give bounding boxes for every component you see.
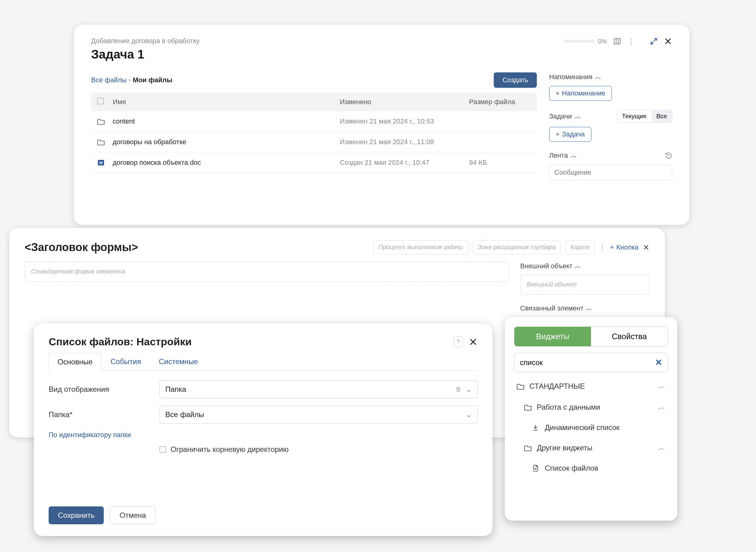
save-button[interactable]: Сохранить xyxy=(49,507,104,524)
view-select[interactable]: Папка ⌄ xyxy=(160,381,478,398)
folder-icon xyxy=(97,139,113,145)
widgets-panel: Виджеты Свойства список ✕ СТАНДАРТНЫЕ ︿ … xyxy=(505,317,677,521)
feed-title[interactable]: Лента︿ xyxy=(549,151,577,160)
task-window: Добавление договора в обработку Задача 1… xyxy=(74,25,690,225)
external-object-title[interactable]: Внешний объект ︿ xyxy=(520,262,649,271)
breadcrumb-current: Мои файлы xyxy=(133,76,172,84)
clear-search-icon[interactable]: ✕ xyxy=(655,357,662,368)
tab-events[interactable]: События xyxy=(102,353,150,370)
chevron-up-icon: ︿ xyxy=(658,381,666,391)
kebab-icon[interactable]: ⋮ xyxy=(627,37,635,45)
chevron-down-icon: ⌄ xyxy=(466,385,472,394)
tab-system[interactable]: Системные xyxy=(150,353,207,370)
task-header: Добавление договора в обработку Задача 1… xyxy=(91,37,672,61)
view-label: Вид отображения xyxy=(49,385,160,394)
svg-text:W: W xyxy=(99,161,103,165)
close-icon[interactable] xyxy=(468,337,478,347)
folder-icon xyxy=(517,383,525,390)
folder-icon xyxy=(524,404,533,411)
folder-icon xyxy=(524,444,533,451)
close-icon[interactable] xyxy=(643,244,649,251)
chevron-up-icon: ︿ xyxy=(574,112,581,121)
tasks-segment: Текущие Все xyxy=(617,110,672,123)
reminders-title[interactable]: Напоминания︿ xyxy=(549,73,672,82)
chevron-up-icon: ︿ xyxy=(658,443,666,453)
widget-search-input[interactable]: список ✕ xyxy=(514,353,668,372)
plus-icon: + xyxy=(610,243,614,251)
widget-item-dynamic-list[interactable]: Динамический список xyxy=(514,418,668,437)
settings-tabs: Основные События Системные xyxy=(49,353,478,371)
restrict-root-checkbox[interactable] xyxy=(160,446,166,453)
plus-icon: + xyxy=(556,89,560,97)
toolbar-zone-placeholder[interactable]: Зона расширения тулбара xyxy=(472,240,561,254)
breadcrumb-root[interactable]: Все файлы xyxy=(91,76,127,84)
standard-form-placeholder[interactable]: Стандартная форма элемента xyxy=(25,262,509,282)
widget-item-file-list[interactable]: Список файлов xyxy=(514,458,668,478)
chevron-up-icon: ︿ xyxy=(585,304,592,312)
table-row[interactable]: договоры на обработке Изменен 21 мая 202… xyxy=(91,132,537,152)
restrict-root-label: Ограничить корневую директорию xyxy=(171,445,289,454)
cancel-button[interactable]: Отмена xyxy=(110,507,156,524)
chevron-down-icon: ⌄ xyxy=(466,410,472,419)
external-object-placeholder[interactable]: Внешний объект xyxy=(520,274,649,294)
category-standard[interactable]: СТАНДАРТНЫЕ ︿ xyxy=(514,376,668,397)
settings-dialog: Список файлов: Настройки ? Основные Собы… xyxy=(34,323,493,536)
message-input[interactable] xyxy=(549,164,672,180)
seg-current[interactable]: Текущие xyxy=(617,110,652,122)
close-icon[interactable] xyxy=(664,37,672,45)
add-button-button[interactable]: +Кнопка xyxy=(610,243,638,251)
widgets-tabs: Виджеты Свойства xyxy=(514,326,668,347)
table-row[interactable]: W договор поиска объекта.doc Создан 21 м… xyxy=(91,152,537,173)
folder-select[interactable]: Все файлы ⌄ xyxy=(160,406,478,424)
category-other[interactable]: Другие виджеты ︿ xyxy=(514,437,668,458)
tab-properties[interactable]: Свойства xyxy=(591,327,668,346)
form-title: <Заголовок формы> xyxy=(25,241,138,254)
task-breadcrumb: Добавление договора в обработку xyxy=(91,37,199,45)
history-icon[interactable] xyxy=(665,152,672,159)
folder-icon xyxy=(97,118,113,125)
select-all-checkbox[interactable] xyxy=(97,98,104,105)
trash-icon[interactable] xyxy=(455,386,461,393)
tab-widgets[interactable]: Виджеты xyxy=(514,327,591,346)
category-data[interactable]: Работа с данными ︿ xyxy=(514,397,668,418)
files-breadcrumbs: Все файлы › Мои файлы xyxy=(91,76,172,84)
chevron-up-icon: ︿ xyxy=(570,151,577,160)
word-doc-icon: W xyxy=(97,159,113,166)
chevron-up-icon: ︿ xyxy=(595,73,601,82)
folder-label: Папка* xyxy=(49,410,160,419)
help-icon[interactable]: ? xyxy=(454,336,463,348)
expand-icon[interactable] xyxy=(650,37,657,45)
task-title: Задача 1 xyxy=(91,47,199,61)
add-reminder-button[interactable]: +Напоминание xyxy=(549,86,612,101)
plus-icon: + xyxy=(556,130,560,138)
linked-element-title[interactable]: Связанный элемент ︿ xyxy=(520,304,649,313)
seg-all[interactable]: Все xyxy=(652,110,672,122)
create-button[interactable]: Создать xyxy=(494,73,537,88)
chevron-up-icon: ︿ xyxy=(574,262,581,270)
tab-main[interactable]: Основные xyxy=(49,353,102,371)
tasks-title[interactable]: Задачи︿ xyxy=(549,112,581,121)
add-task-button[interactable]: +Задача xyxy=(549,127,591,142)
chevron-up-icon: ︿ xyxy=(658,402,666,412)
settings-title: Список файлов: Настройки xyxy=(49,336,192,348)
document-icon xyxy=(531,464,540,472)
table-header: Имя Изменено Размер файла xyxy=(91,93,537,111)
map-placeholder[interactable]: Карта xyxy=(565,240,595,254)
table-row[interactable]: content Изменен 21 мая 2024 г., 10:53 xyxy=(91,111,537,132)
map-icon[interactable] xyxy=(613,37,621,45)
progress-placeholder[interactable]: Процент выполнения задачи xyxy=(373,240,468,254)
kebab-icon[interactable]: ⋮ xyxy=(599,243,606,251)
download-icon xyxy=(531,424,540,431)
by-folder-id-link[interactable]: По идентификатору папки xyxy=(49,431,131,439)
progress-indicator: 0% xyxy=(564,38,607,45)
